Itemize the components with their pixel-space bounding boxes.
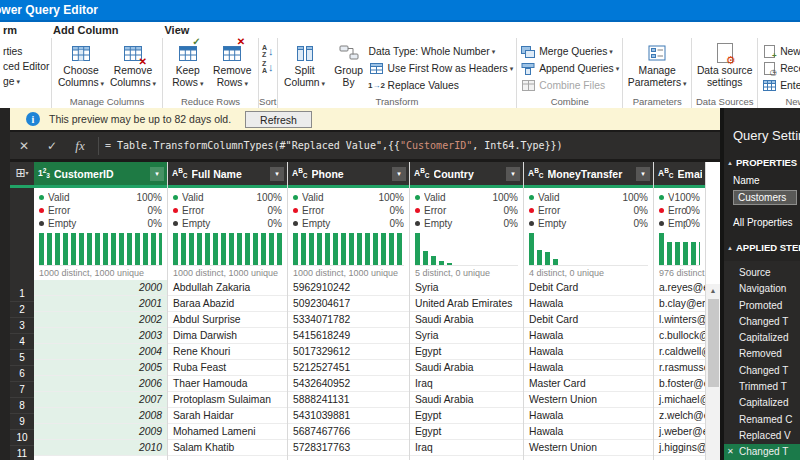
data-source-settings-button[interactable]: ⚙ Data source settings xyxy=(695,40,754,88)
column-filter-dropdown[interactable]: ▾ xyxy=(150,167,164,181)
applied-step[interactable]: Promoted xyxy=(724,298,800,314)
cell[interactable]: Hawala xyxy=(524,424,653,440)
cell[interactable]: 2007 xyxy=(34,392,167,408)
merge-queries-button[interactable]: Merge Queries▾ xyxy=(520,43,619,60)
cell[interactable]: Debit Card xyxy=(524,312,653,328)
refresh-button[interactable]: Refresh xyxy=(245,111,312,128)
row-number[interactable]: 11 xyxy=(10,446,34,460)
cell[interactable]: Mohamed Lameni xyxy=(168,424,287,440)
cell[interactable]: 5728317763 xyxy=(288,440,409,456)
cell[interactable]: l.winters@e xyxy=(654,312,705,328)
cell[interactable]: 2000 xyxy=(34,280,167,296)
applied-step[interactable]: Capitalized xyxy=(724,395,800,411)
cell[interactable]: Saudi Arabia xyxy=(410,312,523,328)
enter-data-button[interactable]: Enter Data xyxy=(761,77,800,94)
cell[interactable]: Master Card xyxy=(524,376,653,392)
value-distribution-histogram[interactable] xyxy=(529,232,648,266)
cell[interactable]: r.rasmussen xyxy=(654,360,705,376)
cell[interactable]: Western Union xyxy=(524,440,653,456)
cell[interactable]: 5431039881 xyxy=(288,408,409,424)
value-distribution-histogram[interactable] xyxy=(293,232,404,266)
cell[interactable]: Abdullah Zakaria xyxy=(168,280,287,296)
applied-step[interactable]: Changed T xyxy=(724,314,800,330)
row-number[interactable]: 5 xyxy=(10,350,34,366)
cell[interactable]: Hawala xyxy=(524,344,653,360)
row-number[interactable]: 3 xyxy=(10,318,34,334)
applied-step[interactable]: Renamed C xyxy=(724,412,800,428)
cell[interactable]: Ruba Feast xyxy=(168,360,287,376)
menu-tab-transform-partial[interactable]: rm xyxy=(1,24,19,36)
use-first-row-button[interactable]: Use First Row as Headers▾ xyxy=(369,60,514,77)
column-filter-dropdown[interactable]: ▾ xyxy=(392,167,406,181)
cell[interactable]: Rene Khouri xyxy=(168,344,287,360)
cell[interactable]: 5962910242 xyxy=(288,280,409,296)
cell[interactable]: z.welch@em xyxy=(654,408,705,424)
cell[interactable]: 2008 xyxy=(34,408,167,424)
cell[interactable]: Hawala xyxy=(524,296,653,312)
advanced-editor-button[interactable]: ced Editor xyxy=(3,59,49,74)
applied-steps-section-header[interactable]: ▲APPLIED STEPS xyxy=(727,242,800,253)
cell[interactable]: Egypt xyxy=(410,408,523,424)
cell[interactable]: Salam Khatib xyxy=(168,440,287,456)
value-distribution-histogram[interactable] xyxy=(173,232,282,266)
applied-step[interactable]: Trimmed T xyxy=(724,379,800,395)
cell[interactable]: Hawala xyxy=(524,408,653,424)
column-filter-dropdown[interactable]: ▾ xyxy=(270,167,284,181)
queries-pane-collapsed-rail[interactable] xyxy=(0,108,10,460)
all-properties-link[interactable]: All Properties xyxy=(733,217,800,228)
applied-step[interactable]: Navigation xyxy=(724,281,800,297)
keep-rows-button[interactable]: ✓ Keep Rows▾ xyxy=(166,40,210,89)
split-column-button[interactable]: Split Column▾ xyxy=(281,40,329,89)
row-number[interactable]: 10 xyxy=(10,430,34,446)
column-header[interactable]: ABCCountry▾ xyxy=(410,162,523,188)
cell[interactable]: 2003 xyxy=(34,328,167,344)
properties-section-header[interactable]: ▲PROPERTIES xyxy=(727,157,800,168)
cell[interactable]: United Arab Emirates xyxy=(410,296,523,312)
cell[interactable]: Egypt xyxy=(410,424,523,440)
applied-step[interactable]: Removed xyxy=(724,346,800,362)
cell[interactable]: r.caldwell@e xyxy=(654,344,705,360)
fx-icon[interactable]: fx xyxy=(66,138,94,154)
value-distribution-histogram[interactable] xyxy=(415,232,518,266)
cell[interactable]: Syria xyxy=(410,280,523,296)
cell[interactable]: Syria xyxy=(410,328,523,344)
row-number[interactable]: 4 xyxy=(10,334,34,350)
cell[interactable]: Saudi Arabia xyxy=(410,360,523,376)
cell[interactable]: Baraa Abazid xyxy=(168,296,287,312)
column-header[interactable]: ABCPhone▾ xyxy=(288,162,409,188)
row-number[interactable]: 8 xyxy=(10,398,34,414)
cell[interactable]: Thaer Hamouda xyxy=(168,376,287,392)
manage-button[interactable]: ge▾ xyxy=(3,74,49,89)
cell[interactable]: 5888241131 xyxy=(288,392,409,408)
sort-descending-icon[interactable]: ZA↓ xyxy=(262,60,274,74)
query-name-input[interactable]: Customers xyxy=(733,190,797,205)
column-header[interactable]: ABCFull Name▾ xyxy=(168,162,287,188)
choose-columns-button[interactable]: Choose Columns▾ xyxy=(55,40,107,89)
group-by-button[interactable]: Group By xyxy=(329,40,369,88)
remove-columns-button[interactable]: ✕ Remove Columns▾ xyxy=(107,40,159,89)
cell[interactable]: Protoplasm Sulaiman xyxy=(168,392,287,408)
cell[interactable]: 2001 xyxy=(34,296,167,312)
remove-rows-button[interactable]: ✕ Remove Rows▾ xyxy=(210,40,255,89)
menu-tab-add-column[interactable]: Add Column xyxy=(51,24,120,36)
cell[interactable]: Iraq xyxy=(410,376,523,392)
cell[interactable]: 2005 xyxy=(34,360,167,376)
cell[interactable]: j.weber@em xyxy=(654,424,705,440)
cell[interactable]: Hawala xyxy=(524,328,653,344)
cell[interactable]: 5687467766 xyxy=(288,424,409,440)
menu-tab-view[interactable]: View xyxy=(162,24,191,36)
new-source-button[interactable]: + New Source▾ xyxy=(761,43,800,60)
cell[interactable]: b.clay@emai xyxy=(654,296,705,312)
column-header[interactable]: 123CustomerID▾ xyxy=(34,162,167,188)
delete-step-icon[interactable]: ✕ xyxy=(727,444,734,460)
row-number[interactable]: 2 xyxy=(10,302,34,318)
value-distribution-histogram[interactable] xyxy=(659,232,700,266)
cell[interactable]: 2004 xyxy=(34,344,167,360)
cell[interactable]: Saudi Arabia xyxy=(410,392,523,408)
manage-parameters-button[interactable]: Manage Parameters▾ xyxy=(626,40,688,89)
cell[interactable]: c.bullock@e xyxy=(654,328,705,344)
replace-values-button[interactable]: 1→2 Replace Values xyxy=(369,77,514,94)
cancel-formula-icon[interactable]: ✕ xyxy=(10,139,38,153)
cell[interactable]: 2006 xyxy=(34,376,167,392)
cell[interactable]: b.foster@em xyxy=(654,376,705,392)
